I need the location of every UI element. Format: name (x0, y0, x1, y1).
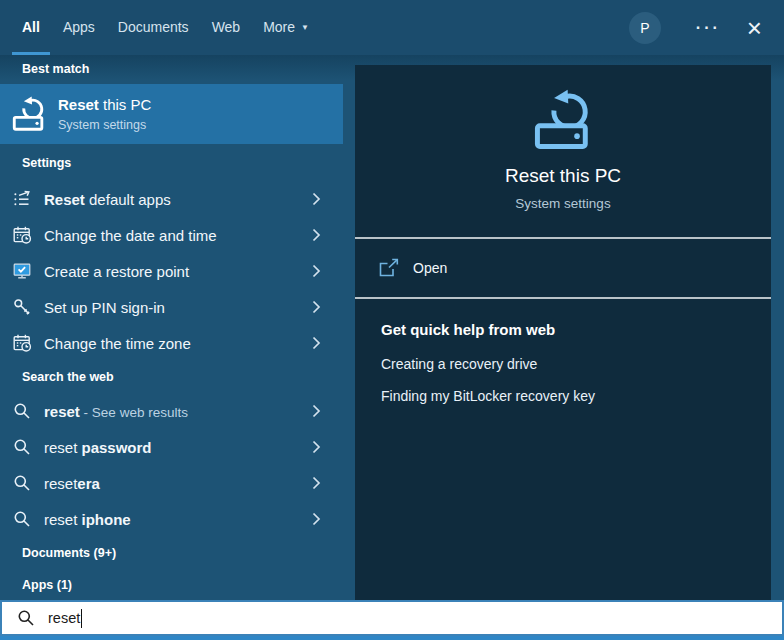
search-icon (12, 473, 32, 493)
search-input-value: reset (48, 610, 80, 626)
help-section-header: Get quick help from web (381, 321, 555, 338)
help-link-bitlocker-key[interactable]: Finding my BitLocker recovery key (381, 388, 595, 404)
chevron-right-icon (312, 336, 321, 350)
reset-pc-icon (10, 95, 48, 133)
settings-item-change-date-time[interactable]: Change the date and time (0, 217, 343, 253)
web-item-label: resetera (44, 475, 100, 492)
open-button-label: Open (413, 260, 447, 276)
documents-group-header[interactable]: Documents (9+) (22, 546, 116, 560)
chevron-right-icon (312, 192, 321, 206)
settings-item-set-up-pin[interactable]: Set up PIN sign-in (0, 289, 343, 325)
preview-title: Reset this PC (355, 165, 771, 187)
settings-item-change-time-zone[interactable]: Change the time zone (0, 325, 343, 361)
calendar-clock-icon (12, 333, 32, 353)
best-match-header: Best match (22, 62, 89, 76)
filter-tabs: All Apps Documents Web More▼ (0, 0, 322, 55)
user-avatar[interactable]: P (629, 12, 661, 44)
chevron-right-icon (312, 404, 321, 418)
settings-item-label: Change the time zone (44, 335, 191, 352)
tab-more[interactable]: More▼ (253, 0, 319, 55)
best-match-title: Reset this PC (58, 96, 151, 113)
best-match-title-bold: Reset (58, 96, 99, 113)
web-item-label: reset - See web results (44, 403, 188, 420)
tab-apps[interactable]: Apps (53, 0, 105, 55)
web-item-label: reset iphone (44, 511, 131, 528)
open-external-icon (379, 258, 401, 278)
search-icon (12, 401, 32, 421)
preview-panel: Reset this PC System settings Open Get q… (355, 65, 771, 600)
chevron-right-icon (312, 264, 321, 278)
settings-item-label: Change the date and time (44, 227, 217, 244)
settings-item-reset-default-apps[interactable]: Reset default apps (0, 181, 343, 217)
settings-item-create-restore-point[interactable]: Create a restore point (0, 253, 343, 289)
tab-more-label: More (263, 19, 295, 35)
open-button[interactable]: Open (355, 239, 771, 297)
divider (355, 297, 771, 299)
key-icon (12, 297, 32, 317)
web-item-resetera[interactable]: resetera (0, 465, 343, 501)
chevron-down-icon: ▼ (301, 23, 309, 32)
chevron-right-icon (312, 476, 321, 490)
help-link-recovery-drive[interactable]: Creating a recovery drive (381, 356, 537, 372)
chevron-right-icon (312, 512, 321, 526)
settings-item-label: Reset default apps (44, 191, 171, 208)
tab-all[interactable]: All (12, 0, 50, 55)
web-item-reset-password[interactable]: reset password (0, 429, 343, 465)
settings-item-label: Create a restore point (44, 263, 189, 280)
search-flyout-window: All Apps Documents Web More▼ P ··· × Bes… (0, 0, 784, 640)
close-icon[interactable]: × (747, 15, 762, 41)
best-match-item-reset-this-pc[interactable]: Reset this PC System settings (0, 84, 343, 144)
best-match-title-rest: this PC (99, 96, 152, 113)
tab-documents[interactable]: Documents (108, 0, 199, 55)
chevron-right-icon (312, 440, 321, 454)
search-filter-bar: All Apps Documents Web More▼ P ··· × (0, 0, 784, 55)
search-input[interactable]: reset (0, 600, 784, 636)
reset-pc-icon (526, 87, 600, 153)
web-item-reset-iphone[interactable]: reset iphone (0, 501, 343, 537)
search-icon (12, 437, 32, 457)
search-bar-accent-strip (0, 636, 784, 640)
search-icon (16, 608, 36, 628)
settings-header: Settings (22, 156, 71, 170)
tab-web[interactable]: Web (202, 0, 251, 55)
reset-apps-icon (12, 189, 32, 209)
preview-subtitle: System settings (355, 196, 771, 211)
web-item-label: reset password (44, 439, 152, 456)
apps-group-header[interactable]: Apps (1) (22, 578, 72, 592)
search-the-web-header: Search the web (22, 370, 114, 384)
chevron-right-icon (312, 228, 321, 242)
calendar-clock-icon (12, 225, 32, 245)
search-icon (12, 509, 32, 529)
restore-point-icon (12, 261, 32, 281)
settings-item-label: Set up PIN sign-in (44, 299, 165, 316)
more-options-icon[interactable]: ··· (696, 19, 721, 37)
web-item-reset-see-results[interactable]: reset - See web results (0, 393, 343, 429)
chevron-right-icon (312, 300, 321, 314)
text-cursor (81, 609, 82, 628)
best-match-subtitle: System settings (58, 118, 151, 132)
